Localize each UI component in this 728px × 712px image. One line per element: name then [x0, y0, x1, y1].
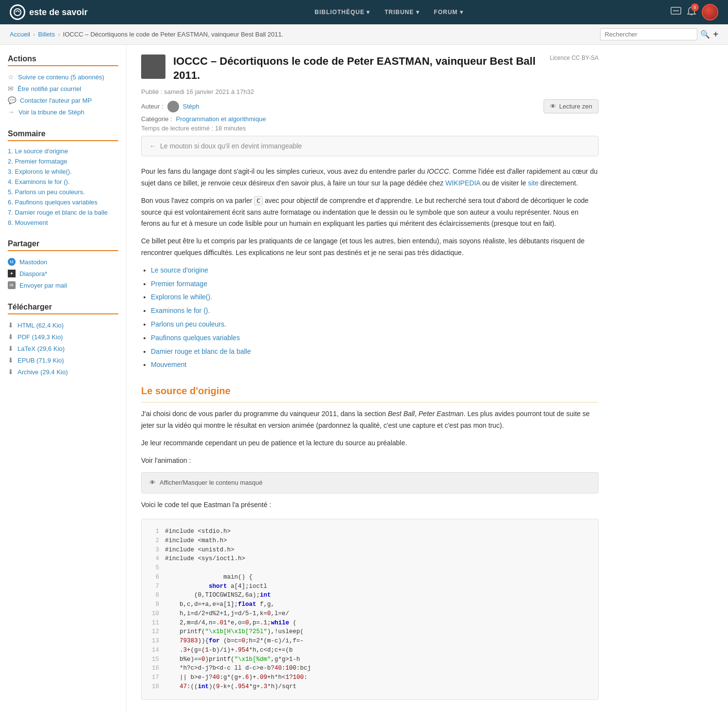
sidebar-toc-section: Sommaire 1. Le source d'origine 2. Premi… — [8, 129, 118, 228]
download-archive[interactable]: ⬇ Archive (29,4 Kio) — [8, 366, 118, 378]
breadcrumb-bar: Accueil › Billets › IOCCC – Décortiquons… — [0, 24, 728, 45]
author-label: Auteur : — [141, 103, 164, 110]
arrow-left-icon: ← — [149, 142, 156, 150]
toc-item: 4. Examinons le for (). — [8, 177, 118, 187]
toc-item: 1. Le source d'origine — [8, 146, 118, 156]
toc-item: 7. Damier rouge et blanc de la balle — [8, 207, 118, 218]
diaspora-icon: ✦ — [8, 270, 16, 277]
sidebar: Actions ☆ Suivre ce contenu (5 abonnés) … — [0, 45, 127, 712]
notifications-icon[interactable]: 5 — [687, 6, 696, 18]
share-mastodon[interactable]: M Mastodon — [8, 256, 118, 268]
share-diaspora[interactable]: ✦ Diaspora* — [8, 268, 118, 279]
svg-point-0 — [14, 9, 21, 16]
site-link[interactable]: site — [528, 179, 539, 187]
download-pdf[interactable]: ⬇ PDF (149,3 Kio) — [8, 331, 118, 343]
svg-point-2 — [673, 10, 675, 11]
article-meta: Publié : samedi 16 janvier 2021 à 17h32 … — [141, 88, 599, 132]
share-mail[interactable]: ✉ Envoyer par mail — [8, 279, 118, 291]
category-link[interactable]: Programmation et algorithmique — [176, 115, 266, 123]
section1-paragraph-4: Voici le code tel que Eastman l'a présen… — [141, 499, 599, 511]
site-logo[interactable]: este de savoir — [10, 4, 88, 20]
toc-link-5[interactable]: 5. Parlons un peu couleurs. — [8, 188, 85, 196]
code-line: 8 (0,TIOCGWINSZ,6a);int — [149, 591, 590, 600]
code-line: 17 || b>e-j?40:g*(g+.6)+.09+h*h<1?100: — [149, 673, 590, 682]
article-header: IOCCC – Décortiquons le code de Peter EA… — [141, 55, 599, 82]
nav-bibliotheque[interactable]: BIBLIOTHÈQUE ▾ — [315, 9, 370, 16]
toc-body-link-6[interactable]: Paufinons quelques variables — [151, 334, 240, 342]
sidebar-action-follow[interactable]: ☆ Suivre ce contenu (5 abonnés) — [8, 71, 118, 83]
messages-icon[interactable] — [671, 7, 681, 18]
sidebar-action-tribune[interactable]: → Voir la tribune de Stéph — [8, 106, 118, 118]
article-author-row: Auteur : Stéph 👁 Lecture zen — [141, 99, 599, 113]
main-nav: BIBLIOTHÈQUE ▾ TRIBUNE ▾ FORUM ▾ — [107, 9, 671, 16]
add-button[interactable]: + — [713, 29, 718, 39]
toc-body-link-2[interactable]: Premier formatage — [151, 280, 207, 288]
toc-link-4[interactable]: 4. Examinons le for (). — [8, 178, 70, 185]
toc-body-link-4[interactable]: Examinons le for (). — [151, 307, 210, 314]
toc-link-8[interactable]: 8. Mouvement — [8, 219, 48, 226]
nav-prev-article[interactable]: ← Le mouton si doux qu'il en devint imma… — [141, 136, 599, 156]
code-line: 9 b,c,d=+a,e=a[1];float f,g, — [149, 600, 590, 609]
download-html[interactable]: ⬇ HTML (62,4 Kio) — [8, 319, 118, 331]
article-body: Pour les fans du langage dont s'agit-il … — [141, 166, 599, 700]
breadcrumb-billets[interactable]: Billets — [38, 31, 55, 38]
code-line: 1#include <stdio.h> — [149, 527, 590, 536]
download-epub[interactable]: ⬇ EPUB (71,9 Kio) — [8, 354, 118, 366]
article-toc-links: Le source d'origine Premier formatage Ex… — [151, 265, 599, 371]
toc-link-7[interactable]: 7. Damier rouge et blanc de la balle — [8, 209, 108, 216]
toc-item: 6. Paufinons quelques variables — [8, 197, 118, 207]
article-category-row: Catégorie : Programmation et algorithmiq… — [141, 115, 599, 123]
sidebar-action-email[interactable]: ✉ Être notifié par courriel — [8, 83, 118, 94]
list-item: Mouvement — [151, 359, 599, 371]
search-input[interactable] — [600, 28, 697, 40]
toggle-label: Afficher/Masquer le contenu masqué — [160, 477, 263, 488]
code-line: 3#include <unistd.h> — [149, 546, 590, 555]
toc-body-link-1[interactable]: Le source d'origine — [151, 266, 208, 274]
sidebar-share-section: Partager M Mastodon ✦ Diaspora* ✉ Envoye… — [8, 239, 118, 291]
toc-link-3[interactable]: 3. Explorons le while(). — [8, 168, 72, 175]
toc-link-6[interactable]: 6. Paufinons quelques variables — [8, 199, 97, 206]
list-item: Damier rouge et blanc de la balle — [151, 346, 599, 358]
body-paragraph-2: Bon vous l'avez compris on va parler C a… — [141, 195, 599, 230]
chevron-down-icon: ▾ — [366, 9, 370, 16]
star-icon: ☆ — [8, 73, 14, 81]
user-avatar[interactable] — [702, 4, 718, 20]
notification-badge: 5 — [691, 3, 699, 11]
download-latex[interactable]: ⬇ LaTeX (29,6 Kio) — [8, 343, 118, 354]
hidden-content-toggle[interactable]: 👁 Afficher/Masquer le contenu masqué — [141, 472, 599, 493]
list-item: Parlons un peu couleurs. — [151, 319, 599, 330]
toc-link-2[interactable]: 2. Premier formatage — [8, 158, 67, 165]
nav-forum[interactable]: FORUM ▾ — [434, 9, 463, 16]
toc-link-1[interactable]: 1. Le source d'origine — [8, 147, 68, 155]
article-title: IOCCC – Décortiquons le code de Peter EA… — [173, 55, 542, 82]
breadcrumb-sep-2: › — [58, 31, 60, 38]
search-button[interactable]: 🔍 — [700, 30, 710, 39]
toc-body-link-3[interactable]: Explorons le while(). — [151, 293, 212, 301]
arrow-right-icon: → — [8, 108, 15, 116]
zen-read-button[interactable]: 👁 Lecture zen — [544, 99, 599, 113]
toc-item: 3. Explorons le while(). — [8, 166, 118, 177]
sidebar-action-mp[interactable]: 💬 Contacter l'auteur par MP — [8, 94, 118, 106]
toc-body-link-8[interactable]: Mouvement — [151, 361, 186, 368]
nav-tribune[interactable]: TRIBUNE ▾ — [384, 9, 419, 16]
download-icon: ⬇ — [8, 356, 14, 364]
author-link[interactable]: Stéph — [183, 103, 200, 110]
main-layout: Actions ☆ Suivre ce contenu (5 abonnés) … — [0, 45, 728, 712]
wikipedia-link[interactable]: WIKIPEDIA — [445, 179, 480, 187]
toc-list: 1. Le source d'origine 2. Premier format… — [8, 146, 118, 228]
author-avatar — [167, 101, 179, 112]
toc-item: 8. Mouvement — [8, 218, 118, 228]
breadcrumb-accueil[interactable]: Accueil — [10, 31, 30, 38]
toc-body-link-5[interactable]: Parlons un peu couleurs. — [151, 320, 226, 328]
email-icon: ✉ — [8, 85, 14, 92]
download-icon: ⬇ — [8, 368, 14, 376]
body-paragraph-3: Ce billet peut être lu et compris par le… — [141, 236, 599, 259]
site-header: este de savoir BIBLIOTHÈQUE ▾ TRIBUNE ▾ … — [0, 0, 728, 24]
code-line: 13 79383)){for (b=c=0;h=2*(m-c)/i,f=- — [149, 637, 590, 646]
nav-prev-label: Le mouton si doux qu'il en devint immang… — [160, 142, 302, 150]
code-line: 11 2,m=d/4,n=.01*e,o=0,p=.1;while ( — [149, 619, 590, 628]
code-line: 4#include <sys/ioctl.h> — [149, 554, 590, 564]
toc-body-link-7[interactable]: Damier rouge et blanc de la balle — [151, 347, 251, 355]
download-icon: ⬇ — [8, 345, 14, 352]
header-icons: 5 — [671, 4, 718, 20]
